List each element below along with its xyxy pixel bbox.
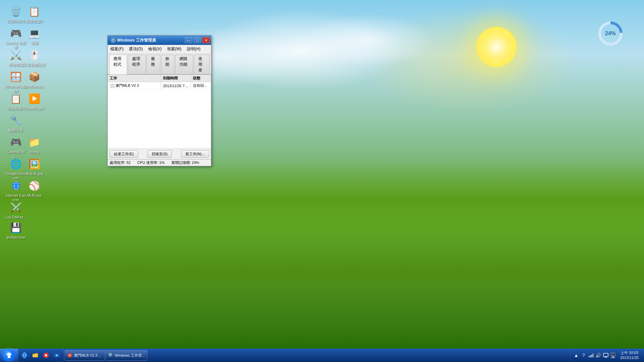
taskbar-app-mlb[interactable]: 澳門MLB V2.3 ... bbox=[65, 350, 105, 361]
svg-rect-17 bbox=[590, 355, 591, 357]
system-clock[interactable]: 上午 10:03 2013/11/20 bbox=[618, 349, 641, 362]
menu-options[interactable]: 選項(O) bbox=[126, 46, 145, 53]
col-status: 狀態 bbox=[191, 75, 211, 82]
jpg-label: 未命名.jpg bbox=[26, 172, 43, 176]
logitech-label: 設定變數設定 bbox=[23, 63, 46, 67]
task-manager-statusbar: 處理程序: 52 CPU 使用率: 1% 實體記憶體: 24% bbox=[108, 159, 211, 166]
tray-expand-icon[interactable]: ▲ bbox=[573, 352, 579, 358]
driver-icon: 🔧 bbox=[9, 114, 23, 127]
tab-users[interactable]: 使用者 bbox=[194, 55, 210, 74]
tab-services[interactable]: 服務 bbox=[147, 55, 160, 74]
desktop-icon-antu[interactable]: 📋 按捷精靈9 bbox=[22, 3, 47, 25]
svg-point-15 bbox=[67, 353, 72, 358]
task-manager-window: ⚙️ Windows 工作管理員 — □ ✕ 檔案(F) 選項(O) 檢視(V)… bbox=[107, 35, 211, 166]
mlb-taskbar-icon bbox=[67, 353, 72, 358]
svg-rect-19 bbox=[593, 354, 593, 357]
desktop-icon-ijm9[interactable]: 💾 ijm9cht.exe bbox=[3, 220, 29, 241]
lol-label: LoLTWInst... bbox=[6, 215, 26, 220]
tab-applications[interactable]: 應用程式 bbox=[109, 55, 127, 74]
minimize-button[interactable]: — bbox=[185, 37, 192, 43]
clock-time: 上午 10:03 bbox=[621, 350, 638, 355]
col-time: 到期時間 bbox=[161, 75, 191, 82]
col-task: 工作 bbox=[108, 75, 161, 82]
ijm9-icon: 💾 bbox=[9, 221, 23, 234]
start-orb bbox=[3, 349, 15, 361]
tray-volume-icon[interactable]: 🔊 bbox=[595, 352, 601, 358]
tray-monitor-icon[interactable] bbox=[603, 352, 609, 358]
desktop-icon-lol[interactable]: ⚔️ LoLTWInst... bbox=[3, 199, 29, 221]
windows-loader-icon: 🪟 bbox=[9, 70, 23, 83]
menu-window[interactable]: 視窗(W) bbox=[164, 46, 184, 53]
chrome-icon: 🌐 bbox=[9, 157, 23, 171]
tab-performance[interactable]: 效能 bbox=[161, 55, 174, 74]
qvod-setup-icon: 📦 bbox=[28, 70, 41, 83]
clock-date: 2013/11/20 bbox=[620, 355, 639, 360]
menu-view[interactable]: 檢視(V) bbox=[146, 46, 164, 53]
table-row[interactable]: ⬜ 澳門MLB V2.3 2013/11/26 7:... 沒有回... bbox=[108, 82, 211, 89]
desktop-icon-qvod-setup[interactable]: 📦 QvodSetup... bbox=[22, 69, 47, 90]
row-status: 沒有回... bbox=[191, 82, 211, 89]
tray-help-icon[interactable]: ? bbox=[581, 352, 587, 358]
table-header: 工作 到期時間 狀態 bbox=[108, 75, 211, 82]
task-manager-menubar: 檔案(F) 選項(O) 檢視(V) 視窗(W) 說明(H) bbox=[108, 45, 211, 54]
desktop-icon-pc[interactable]: 💻 電腦 bbox=[22, 25, 47, 47]
svg-rect-22 bbox=[604, 357, 607, 358]
driver-label: 驅動人生 bbox=[9, 128, 23, 132]
task-manager-tabs: 應用程式 處理程序 服務 效能 網路功能 使用者 bbox=[108, 54, 211, 75]
switch-to-button[interactable]: 切換至(S) bbox=[147, 150, 172, 158]
hero-league-icon: ⚔️ bbox=[9, 48, 23, 62]
taskbar-media2-icon[interactable] bbox=[52, 350, 62, 360]
config-label: config bbox=[30, 150, 39, 154]
ie-icon bbox=[9, 179, 23, 192]
task-manager-buttons: 結束工作(E) 切換至(S) 新工作(N)... bbox=[108, 148, 211, 159]
close-button[interactable]: ✕ bbox=[202, 37, 210, 43]
task-manager-title: Windows 工作管理員 bbox=[117, 38, 183, 43]
menu-help[interactable]: 說明(H) bbox=[184, 46, 203, 53]
desktop-icon-config[interactable]: 📁 config bbox=[22, 134, 47, 156]
mlb-label: MLB.exe bbox=[27, 193, 42, 198]
tray-network-icon[interactable] bbox=[588, 352, 594, 358]
desktop-icon-qvod-player[interactable]: ▶️ QvodPlayer bbox=[22, 90, 47, 112]
task-manager-titlebar[interactable]: ⚙️ Windows 工作管理員 — □ ✕ bbox=[108, 36, 211, 45]
pc-icon: 💻 bbox=[28, 26, 41, 40]
process-count: 處理程序: 52 bbox=[110, 160, 130, 165]
antu-icon: 📋 bbox=[28, 5, 41, 18]
new-task-button[interactable]: 新工作(N)... bbox=[181, 150, 209, 158]
svg-rect-20 bbox=[603, 353, 608, 357]
taskmgr-taskbar-icon: ⚙️ bbox=[108, 353, 113, 358]
taskbar: 澳門MLB V2.3 ... ⚙️ Windows 工作管... ▲ ? 🔊 bbox=[0, 349, 644, 362]
taskbar-apps: 澳門MLB V2.3 ... ⚙️ Windows 工作管... bbox=[63, 349, 570, 362]
desktop-icon-jpg[interactable]: 🖼️ 未命名.jpg bbox=[22, 156, 47, 177]
maximize-button[interactable]: □ bbox=[194, 37, 201, 43]
row-task: ⬜ 澳門MLB V2.3 bbox=[108, 82, 161, 89]
logitech-icon: 🖱️ bbox=[28, 48, 41, 62]
end-task-button[interactable]: 結束工作(E) bbox=[110, 150, 138, 158]
task-manager-content: 工作 到期時間 狀態 ⬜ 澳門MLB V2.3 2013/11/26 7:...… bbox=[108, 75, 211, 148]
row-time: 2013/11/26 7:... bbox=[161, 83, 191, 89]
sun bbox=[476, 27, 517, 67]
hero-league-label: 英雄聯盟 bbox=[9, 63, 23, 67]
jpg-icon: 🖼️ bbox=[28, 157, 41, 171]
task-list: ⬜ 澳門MLB V2.3 2013/11/26 7:... 沒有回... bbox=[108, 82, 211, 142]
config-icon: 📁 bbox=[28, 135, 41, 149]
shortcut-icon: 📋 bbox=[9, 92, 23, 105]
tab-processes[interactable]: 處理程序 bbox=[128, 55, 146, 74]
taskbar-ie-icon[interactable] bbox=[19, 350, 30, 360]
mlb-taskbar-label: 澳門MLB V2.3 ... bbox=[74, 353, 102, 358]
start-button[interactable] bbox=[0, 349, 18, 362]
menu-file[interactable]: 檔案(F) bbox=[108, 46, 126, 53]
memory-status: 實體記憶體: 24% bbox=[171, 160, 199, 165]
desktop: 24% 🗑️ 資源回收筒 📋 按捷精靈9 🎮 Garena 遊戲 通 💻 電腦 … bbox=[0, 0, 644, 362]
field-overlay bbox=[0, 147, 644, 349]
desktop-icon-logitech[interactable]: 🖱️ 設定變數設定 bbox=[22, 47, 47, 68]
taskbar-folder-icon[interactable] bbox=[30, 350, 40, 360]
desktop-icon-mlb[interactable]: ⚾ MLB.exe bbox=[22, 178, 47, 199]
taskbar-app-taskmgr[interactable]: ⚙️ Windows 工作管... bbox=[106, 350, 147, 361]
pc-label: 電腦 bbox=[31, 41, 38, 45]
desktop-icon-driver[interactable]: 🔧 驅動人生 bbox=[3, 112, 29, 134]
taskbar-media-icon[interactable] bbox=[41, 350, 51, 360]
tray-taskbar-icon[interactable]: 🖥️ bbox=[610, 352, 616, 358]
tab-network[interactable]: 網路功能 bbox=[175, 55, 193, 74]
lol-icon: ⚔️ bbox=[9, 201, 23, 214]
garena-twl-icon: 🎮 bbox=[9, 135, 23, 149]
